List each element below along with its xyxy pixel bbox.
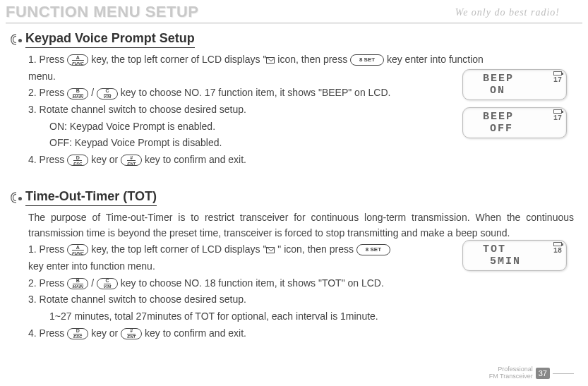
footer: Professional FM Transceiver 37 [489,366,574,380]
step-text: 4. Press DESC key or #ENT key to confirm… [28,152,574,168]
divider [6,23,582,24]
section-title: Time-Out-Timer (TOT) [25,189,157,206]
tagline: We only do best radio! [455,7,560,18]
footer-rule [553,373,574,374]
lcd-num: 17 [553,114,562,122]
key-d-esc: DESC [67,155,88,166]
key-d-esc: DESC [67,328,88,339]
lcd-line: BEEP [469,73,560,85]
step-text: 3. Rotate channel switch to choose desir… [28,292,574,308]
envelope-icon [266,247,275,253]
key-a-func: AFUNC [67,54,88,66]
lcd-line: ON [469,85,560,97]
key-a-func: AFUNC [67,244,88,255]
key-c-vm: CV/M [97,278,118,289]
lcd-num: 17 [553,76,562,84]
section-title: Keypad Voice Prompt Setup [25,31,195,48]
key-hash-ent: #ENT [121,155,142,166]
key-8-set: 8 SET [356,244,390,255]
key-b-main: BMAIN [67,278,88,289]
step-text: 4. Press DESC key or #ENT key to confirm… [28,326,574,342]
bullet-icon [18,197,22,200]
lcd-beep-on: 17 BEEP ON [462,69,567,100]
step-text: 1. Press AFUNC key, the top left corner … [28,52,574,68]
lcd-num: 18 [553,247,562,255]
lcd-tot: 18 TOT 5MIN [462,240,567,271]
lcd-line: TOT [469,243,560,255]
intro-text: The purpose of Time-out-Timer is to rest… [28,210,574,241]
key-c-vm: CV/M [97,88,118,99]
bullet-icon [18,39,22,42]
lcd-line: 5MIN [469,255,560,267]
footer-line2: FM Transceiver [489,373,533,380]
step-text: 2. Press BMAIN / CV/M key to choose NO. … [28,276,574,291]
envelope-icon [266,57,275,64]
key-hash-ent: #ENT [121,328,142,339]
page-number: 37 [536,368,550,379]
key-b-main: BMAIN [67,88,88,99]
lcd-line: OFF [469,123,560,135]
lcd-line: BEEP [469,111,560,123]
step-text: 1~27 minutes, total 27minutes of TOT for… [49,309,574,325]
lcd-beep-off: 17 BEEP OFF [462,107,567,138]
key-8-set: 8 SET [350,54,384,66]
